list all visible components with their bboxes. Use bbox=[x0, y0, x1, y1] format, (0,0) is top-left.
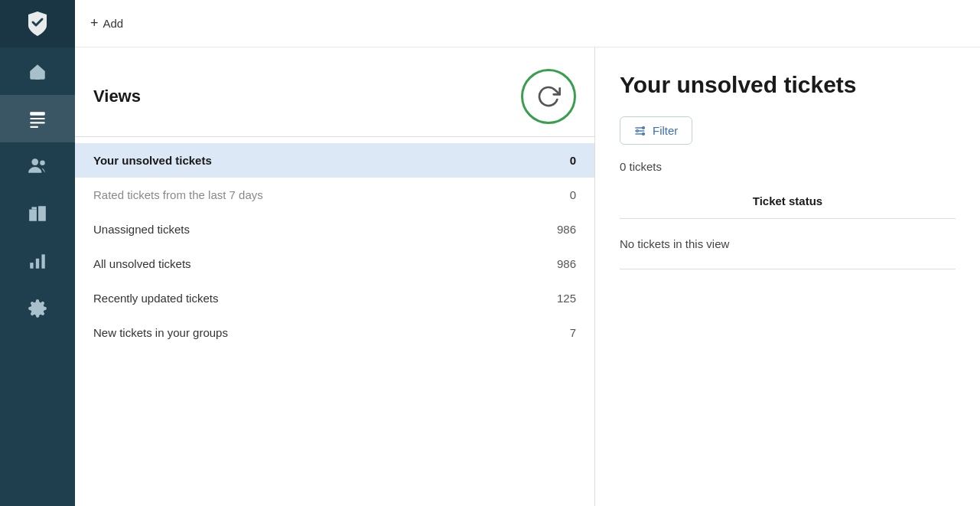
sidebar-item-reports[interactable] bbox=[0, 237, 75, 285]
view-item-count: 986 bbox=[557, 257, 576, 270]
svg-rect-7 bbox=[38, 206, 46, 221]
svg-rect-8 bbox=[30, 263, 33, 269]
plus-icon: + bbox=[90, 15, 99, 31]
svg-rect-10 bbox=[41, 254, 44, 268]
views-panel: Views Your unsolved tickets 0 Rated tick… bbox=[75, 47, 595, 506]
views-header: Views bbox=[75, 47, 594, 136]
add-label: Add bbox=[103, 17, 124, 30]
refresh-icon bbox=[536, 84, 561, 109]
sidebar-item-settings[interactable] bbox=[0, 285, 75, 332]
svg-point-5 bbox=[40, 160, 45, 165]
filter-button[interactable]: Filter bbox=[620, 116, 692, 145]
view-item-count: 986 bbox=[557, 223, 576, 236]
ticket-status-header: Ticket status bbox=[620, 194, 956, 219]
view-item-label: All unsolved tickets bbox=[93, 257, 191, 270]
filter-icon bbox=[634, 125, 646, 137]
svg-rect-0 bbox=[30, 112, 45, 115]
view-item-count: 7 bbox=[570, 326, 576, 339]
sidebar-item-organizations[interactable] bbox=[0, 190, 75, 237]
views-title: Views bbox=[93, 87, 141, 106]
view-item-all-unsolved[interactable]: All unsolved tickets 986 bbox=[75, 246, 594, 281]
view-item-count: 0 bbox=[570, 154, 576, 167]
sidebar bbox=[0, 0, 75, 506]
panels: Views Your unsolved tickets 0 Rated tick… bbox=[75, 47, 980, 506]
view-item-label: Rated tickets from the last 7 days bbox=[93, 188, 263, 201]
view-item-new-in-groups[interactable]: New tickets in your groups 7 bbox=[75, 315, 594, 350]
sidebar-item-tickets[interactable] bbox=[0, 95, 75, 142]
view-item-count: 0 bbox=[570, 188, 576, 201]
svg-rect-6 bbox=[29, 210, 37, 221]
view-item-label: Recently updated tickets bbox=[93, 292, 218, 305]
sidebar-item-users[interactable] bbox=[0, 142, 75, 190]
view-item-label: Your unsolved tickets bbox=[93, 154, 212, 167]
main-content: + Add Views Your unsolved tickets 0 bbox=[75, 0, 980, 506]
add-button[interactable]: + Add bbox=[90, 15, 123, 31]
filter-label: Filter bbox=[653, 124, 678, 137]
view-item-rated-7days[interactable]: Rated tickets from the last 7 days 0 bbox=[75, 178, 594, 212]
refresh-button[interactable] bbox=[521, 69, 576, 124]
svg-rect-2 bbox=[30, 122, 45, 123]
svg-point-12 bbox=[637, 129, 639, 132]
svg-rect-9 bbox=[36, 259, 39, 269]
ticket-panel: Your unsolved tickets Filter 0 tickets T… bbox=[595, 47, 980, 506]
topbar: + Add bbox=[75, 0, 980, 47]
no-tickets-message: No tickets in this view bbox=[620, 219, 956, 269]
svg-rect-3 bbox=[30, 126, 38, 128]
svg-rect-1 bbox=[30, 118, 45, 119]
views-divider bbox=[75, 136, 594, 137]
svg-point-4 bbox=[31, 158, 38, 165]
sidebar-item-home[interactable] bbox=[0, 47, 75, 95]
view-item-unassigned[interactable]: Unassigned tickets 986 bbox=[75, 212, 594, 246]
view-item-recently-updated[interactable]: Recently updated tickets 125 bbox=[75, 281, 594, 315]
view-item-your-unsolved[interactable]: Your unsolved tickets 0 bbox=[75, 143, 594, 178]
view-item-label: New tickets in your groups bbox=[93, 326, 228, 339]
ticket-panel-title: Your unsolved tickets bbox=[620, 72, 956, 98]
ticket-count: 0 tickets bbox=[620, 160, 956, 173]
sidebar-logo bbox=[0, 0, 75, 47]
view-item-label: Unassigned tickets bbox=[93, 223, 190, 236]
view-item-count: 125 bbox=[557, 292, 576, 305]
